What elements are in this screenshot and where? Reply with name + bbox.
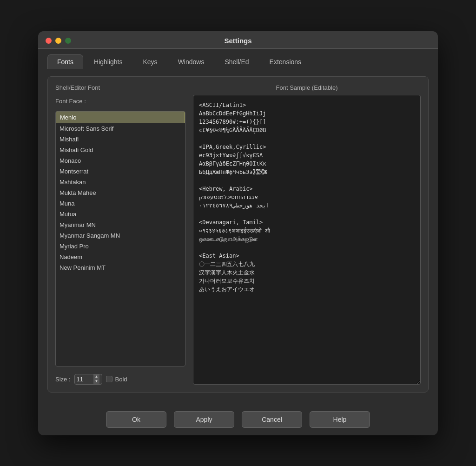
close-button[interactable] xyxy=(46,38,52,44)
font-sample-label: Font Sample (Editable) xyxy=(193,84,421,91)
tab-keys[interactable]: Keys xyxy=(133,54,167,69)
size-row: Size : ▲ ▼ Bold xyxy=(55,374,185,385)
bold-row: Bold xyxy=(106,376,127,383)
font-list-item[interactable]: Myanmar Sangam MN xyxy=(56,230,185,241)
font-list-item[interactable]: Muna xyxy=(56,198,185,209)
window-title: Settings xyxy=(224,37,251,45)
shell-editor-font-label: Shell/Editor Font xyxy=(55,84,185,91)
font-list-item[interactable]: Monaco xyxy=(56,155,185,166)
traffic-lights xyxy=(46,38,71,44)
tab-highlights[interactable]: Highlights xyxy=(84,54,132,69)
font-list-item[interactable]: Menlo xyxy=(56,112,185,123)
font-list-item[interactable]: Mishafi xyxy=(56,134,185,145)
inner-panel: Shell/Editor Font Font Face : Menlo Micr… xyxy=(47,76,429,393)
tab-fonts[interactable]: Fonts xyxy=(47,54,83,69)
size-up-button[interactable]: ▲ xyxy=(93,374,100,379)
ok-button[interactable]: Ok xyxy=(106,411,166,428)
minimize-button[interactable] xyxy=(55,38,61,44)
tab-windows[interactable]: Windows xyxy=(168,54,214,69)
apply-button[interactable]: Apply xyxy=(174,411,234,428)
font-list-item[interactable]: Myriad Pro xyxy=(56,241,185,252)
left-panel: Shell/Editor Font Font Face : Menlo Micr… xyxy=(55,84,185,385)
size-arrows: ▲ ▼ xyxy=(93,374,100,384)
font-list-item[interactable]: Mutua xyxy=(56,209,185,220)
tab-shelled[interactable]: Shell/Ed xyxy=(215,54,258,69)
size-label: Size : xyxy=(55,376,71,383)
font-list-item[interactable]: Myanmar MN xyxy=(56,220,185,230)
font-list-item[interactable]: Mshtakan xyxy=(56,177,185,187)
size-input-wrapper: ▲ ▼ xyxy=(74,374,102,385)
font-list-item[interactable]: Nadeem xyxy=(56,252,185,262)
tab-extensions[interactable]: Extensions xyxy=(260,54,311,69)
settings-window: Settings Fonts Highlights Keys Windows S… xyxy=(38,31,438,435)
size-down-button[interactable]: ▼ xyxy=(93,379,100,384)
font-list-container: Menlo Microsoft Sans Serif Mishafi Misha… xyxy=(55,111,185,366)
tab-bar: Fonts Highlights Keys Windows Shell/Ed E… xyxy=(38,49,438,69)
font-list-item[interactable]: Microsoft Sans Serif xyxy=(56,123,185,134)
content-area: Shell/Editor Font Font Face : Menlo Micr… xyxy=(38,69,438,402)
cancel-button[interactable]: Cancel xyxy=(242,411,302,428)
font-list-item[interactable]: New Peninim MT xyxy=(56,262,185,273)
right-panel: Font Sample (Editable) <ASCII/Latin1> Aa… xyxy=(193,84,421,385)
font-list-item[interactable]: Mishafi Gold xyxy=(56,145,185,155)
size-input[interactable] xyxy=(75,374,93,384)
button-bar: Ok Apply Cancel Help xyxy=(38,402,438,435)
font-sample-area[interactable]: <ASCII/Latin1> AaBbCcDdEeFfGgHhIiJj 1234… xyxy=(193,95,421,385)
font-list-item[interactable]: Mukta Mahee xyxy=(56,187,185,198)
font-list-item[interactable]: Montserrat xyxy=(56,166,185,177)
maximize-button[interactable] xyxy=(65,38,71,44)
help-button[interactable]: Help xyxy=(310,411,370,428)
bold-checkbox[interactable] xyxy=(106,376,112,382)
font-list[interactable]: Menlo Microsoft Sans Serif Mishafi Misha… xyxy=(56,112,185,288)
titlebar: Settings xyxy=(38,31,438,49)
font-face-label: Font Face : xyxy=(55,98,185,105)
bold-label: Bold xyxy=(115,376,127,383)
